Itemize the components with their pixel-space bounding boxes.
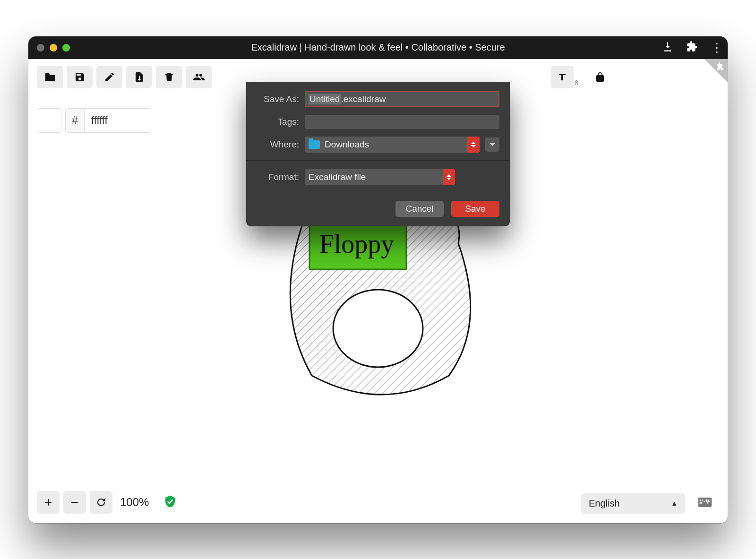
color-hex-field[interactable]: # <box>65 108 151 133</box>
window-title: Excalidraw | Hand-drawn look & feel • Co… <box>28 42 728 53</box>
cancel-button[interactable]: Cancel <box>395 201 444 217</box>
app-window: Excalidraw | Hand-drawn look & feel • Co… <box>28 36 728 523</box>
text-tool-shortcut: 8 <box>575 79 578 88</box>
format-popup[interactable]: Excalidraw file <box>305 169 455 185</box>
keyboard-button[interactable] <box>692 491 718 514</box>
window-controls <box>28 44 70 52</box>
corner-fold-icon[interactable] <box>695 59 728 92</box>
tags-input[interactable] <box>305 115 499 129</box>
lock-button[interactable] <box>591 68 610 86</box>
zoom-out-button[interactable] <box>63 491 86 514</box>
save-as-filename-ext: .excalidraw <box>341 94 386 104</box>
save-confirm-button[interactable]: Save <box>451 201 499 217</box>
install-app-icon[interactable] <box>662 41 674 55</box>
file-toolbar <box>37 66 212 88</box>
hash-label: # <box>66 109 85 132</box>
save-dialog: Save As: Untitled.excalidraw Tags: Where… <box>246 82 510 226</box>
where-value: Downloads <box>325 139 369 150</box>
language-label: English <box>589 498 620 509</box>
folder-icon <box>309 140 320 149</box>
minimize-window-icon[interactable] <box>50 44 57 52</box>
sticky-text: Floppy <box>319 229 395 258</box>
format-value: Excalidraw file <box>309 172 366 182</box>
updown-icon <box>467 137 480 153</box>
zoom-level: 100% <box>116 496 153 509</box>
where-popup[interactable]: Downloads <box>305 137 480 153</box>
browser-menu-icon[interactable]: ⋮ <box>711 42 723 54</box>
fullscreen-window-icon[interactable] <box>62 44 70 52</box>
where-label: Where: <box>257 139 299 150</box>
text-tool-button[interactable] <box>551 66 574 88</box>
save-as-input[interactable]: Untitled.excalidraw <box>305 91 499 107</box>
encryption-shield-icon[interactable] <box>163 494 177 510</box>
language-select[interactable]: English ▲ <box>581 493 685 514</box>
delete-button[interactable] <box>156 66 182 88</box>
open-button[interactable] <box>37 66 63 88</box>
shapes-toolbar: 8 <box>551 66 610 88</box>
save-button[interactable] <box>67 66 93 88</box>
zoom-in-button[interactable] <box>37 491 60 514</box>
color-hex-input[interactable] <box>85 109 151 132</box>
export-button[interactable] <box>126 66 152 88</box>
svg-point-3 <box>333 290 423 367</box>
expand-dialog-button[interactable] <box>485 138 499 152</box>
zoom-controls: 100% <box>37 491 177 514</box>
titlebar: Excalidraw | Hand-drawn look & feel • Co… <box>28 36 728 59</box>
zoom-reset-button[interactable] <box>90 491 112 514</box>
edit-button[interactable] <box>96 66 122 88</box>
chevron-up-icon: ▲ <box>671 499 678 507</box>
extensions-icon[interactable] <box>686 41 698 55</box>
save-as-filename-selected: Untitled <box>309 94 341 104</box>
collaborate-button[interactable] <box>186 66 212 88</box>
tags-label: Tags: <box>257 117 299 127</box>
close-window-icon[interactable] <box>37 44 44 52</box>
color-picker: # <box>37 108 151 133</box>
updown-icon <box>443 169 455 185</box>
app-surface: # 8 <box>28 59 728 523</box>
format-label: Format: <box>257 172 299 182</box>
color-swatch[interactable] <box>37 108 61 133</box>
save-as-label: Save As: <box>257 94 299 104</box>
